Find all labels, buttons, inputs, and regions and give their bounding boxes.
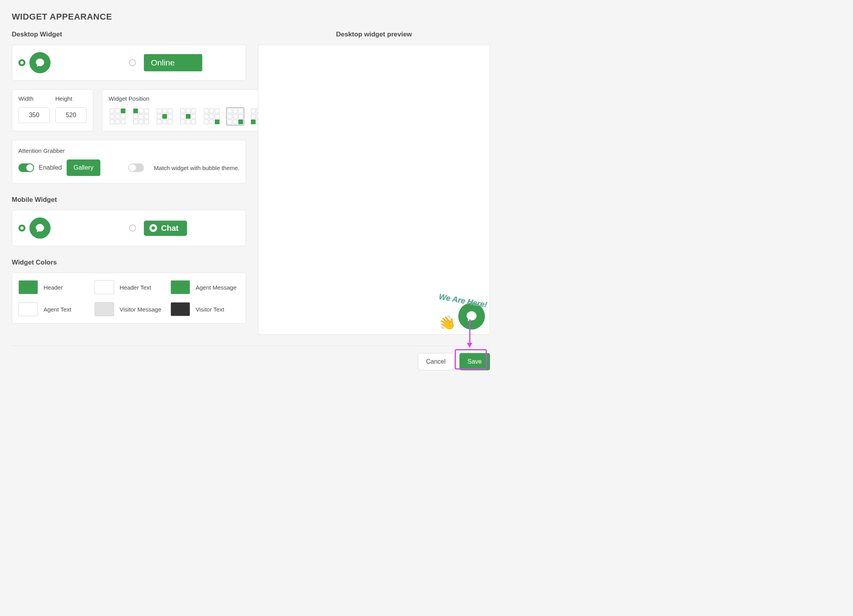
color-item-3: Agent Text: [18, 302, 87, 316]
save-button[interactable]: Save: [459, 353, 490, 370]
preview-label: Desktop widget preview: [258, 31, 490, 38]
position-option-5[interactable]: [226, 107, 244, 125]
attention-grabber-card: Attention Grabber Enabled Gallery Match …: [12, 140, 246, 183]
match-theme-label: Match widget with bubble theme.: [154, 165, 240, 171]
match-theme-toggle[interactable]: [128, 163, 144, 172]
desktop-bar-radio[interactable]: [129, 59, 136, 66]
gallery-button[interactable]: Gallery: [67, 159, 101, 176]
page-title: WIDGET APPEARANCE: [12, 12, 490, 22]
position-option-4[interactable]: [203, 107, 221, 125]
wave-hand-icon: 👋: [437, 314, 456, 332]
annotation-arrow: [469, 319, 470, 347]
color-swatch[interactable]: [18, 280, 38, 294]
mobile-style-card: Chat: [12, 210, 246, 246]
mobile-bubble-radio[interactable]: [18, 225, 25, 232]
colors-section-label: Widget Colors: [12, 259, 246, 266]
color-item-2: Agent Message: [171, 280, 240, 294]
color-label: Header: [44, 284, 63, 291]
desktop-bubble-radio[interactable]: [18, 59, 25, 66]
preview-panel: We Are Here! 👋: [258, 45, 490, 335]
mobile-bar-label: Chat: [161, 224, 178, 233]
color-swatch[interactable]: [171, 280, 190, 294]
footer-actions: Cancel Save: [12, 353, 490, 370]
color-label: Agent Text: [44, 306, 71, 313]
mobile-bar-preview: Chat: [144, 221, 187, 236]
color-swatch[interactable]: [171, 302, 190, 316]
chat-bubble-icon: [29, 52, 51, 73]
position-option-1[interactable]: [132, 107, 150, 125]
color-label: Header Text: [120, 284, 151, 291]
color-item-4: Visitor Message: [94, 302, 163, 316]
color-item-1: Header Text: [94, 280, 163, 294]
height-label: Height: [55, 95, 87, 102]
width-label: Width: [18, 95, 50, 102]
dimensions-card: Width Height: [12, 89, 93, 131]
chat-mini-bubble-icon: [149, 224, 157, 232]
chat-bubble-icon: [29, 217, 51, 239]
desktop-bar-preview: Online: [144, 54, 202, 71]
color-item-5: Visitor Text: [171, 302, 240, 316]
desktop-style-card: Online: [12, 45, 246, 81]
color-label: Visitor Text: [196, 306, 224, 313]
grabber-enabled-label: Enabled: [39, 164, 62, 171]
mobile-section-label: Mobile Widget: [12, 196, 246, 204]
mobile-bar-radio[interactable]: [129, 225, 136, 232]
grabber-label: Attention Grabber: [18, 147, 240, 154]
position-option-3[interactable]: [179, 107, 197, 125]
cancel-button[interactable]: Cancel: [418, 353, 454, 370]
grabber-enabled-toggle[interactable]: [18, 163, 34, 172]
color-swatch[interactable]: [94, 302, 114, 316]
colors-card: HeaderHeader TextAgent MessageAgent Text…: [12, 273, 246, 324]
color-swatch[interactable]: [18, 302, 38, 316]
divider: [12, 346, 490, 346]
desktop-section-label: Desktop Widget: [12, 31, 246, 38]
position-option-0[interactable]: [109, 107, 127, 125]
position-option-2[interactable]: [156, 107, 174, 125]
width-input[interactable]: [18, 107, 50, 123]
color-item-0: Header: [18, 280, 87, 294]
color-label: Visitor Message: [120, 306, 161, 313]
color-label: Agent Message: [196, 284, 236, 291]
height-input[interactable]: [55, 107, 87, 123]
color-swatch[interactable]: [94, 280, 114, 294]
